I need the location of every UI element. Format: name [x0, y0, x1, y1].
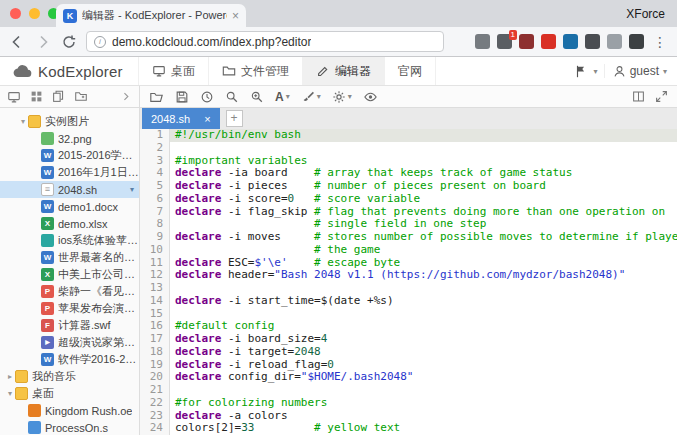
line-number: 22	[140, 397, 163, 410]
reload-button[interactable]	[60, 33, 78, 51]
tree-item[interactable]: P柴静一《看见》发...	[0, 283, 139, 300]
tree-item[interactable]: ▾桌面	[0, 385, 139, 402]
tree-item[interactable]: P苹果发布会演示文...	[0, 300, 139, 317]
tree-caret-icon[interactable]: ▾	[5, 389, 15, 398]
nav-item-website[interactable]: 官网	[385, 57, 436, 85]
tree-item-label: 软件学2016-20...	[58, 352, 139, 367]
tree-item[interactable]: 32.png	[0, 130, 139, 147]
extension-icon-8[interactable]	[629, 34, 644, 49]
new-folder-icon[interactable]	[74, 90, 88, 103]
tree-item[interactable]: F计算器.swf	[0, 317, 139, 334]
tree-item[interactable]: ios系统体验苹果手机	[0, 232, 139, 249]
preview-button[interactable]	[363, 90, 378, 104]
tree-item-label: 32.png	[58, 133, 92, 145]
nav-item-desktop[interactable]: 桌面	[138, 57, 209, 85]
window-label: XForce	[626, 7, 665, 21]
tree-item[interactable]: Xdemo.xlsx	[0, 215, 139, 232]
tree-item[interactable]: ▶超级演说家第二季...	[0, 334, 139, 351]
page-info-icon[interactable]: i	[94, 36, 106, 48]
editor-tab-close-icon[interactable]: ×	[204, 113, 210, 125]
script-file-icon: ≡	[41, 183, 54, 196]
tree-item[interactable]: X中美上市公司财报...	[0, 266, 139, 283]
profile-avatar-icon[interactable]	[607, 34, 622, 49]
excel-file-icon: X	[41, 268, 54, 281]
edit-pencil-icon	[316, 64, 330, 78]
open-file-button[interactable]	[149, 90, 164, 104]
folder-file-icon	[15, 387, 28, 400]
font-caret-icon: ▾	[286, 92, 290, 101]
nav-item-file-manager[interactable]: 文件管理	[209, 57, 303, 85]
tab-close-icon[interactable]: ×	[232, 10, 239, 22]
extension-icon-3[interactable]	[519, 34, 534, 49]
tree-item[interactable]: ProcessOn.s	[0, 419, 139, 435]
tree-item-label: Kingdom Rush.oe	[45, 405, 132, 417]
traffic-lights	[10, 8, 59, 19]
tree-item[interactable]: ▸我的音乐	[0, 368, 139, 385]
line-number: 2	[140, 142, 163, 155]
extension-icon-6[interactable]	[585, 34, 600, 49]
fullscreen-icon[interactable]	[655, 90, 668, 103]
extension-icon-2[interactable]: 1	[497, 34, 512, 49]
gutter: 123456789101112131415161718192021222324	[140, 129, 170, 435]
desktop-tool-icon[interactable]	[7, 90, 21, 104]
word-file-icon: W	[41, 166, 54, 179]
editor-tab-2048sh[interactable]: 2048.sh ×	[142, 108, 220, 129]
window-close-button[interactable]	[10, 8, 21, 19]
user-menu[interactable]: guest ▾	[604, 64, 667, 78]
forward-button[interactable]	[34, 33, 52, 51]
item-menu-caret-icon[interactable]: ▾	[130, 185, 139, 194]
tree-item[interactable]: ▾实例图片	[0, 113, 139, 130]
browser-tab[interactable]: K 编辑器 - KodExplorer - Powere ×	[56, 4, 246, 27]
back-button[interactable]	[8, 33, 26, 51]
tree-item[interactable]: W2015-2016学年第...	[0, 147, 139, 164]
extension-icon-4[interactable]	[541, 34, 556, 49]
toolbar-right	[632, 90, 668, 103]
tree-item[interactable]: ≡2048.sh▾	[0, 181, 139, 198]
app-nav: 桌面 文件管理 编辑器 官网	[138, 57, 436, 85]
line-number: 17	[140, 333, 163, 346]
browser-window: K 编辑器 - KodExplorer - Powere × XForce i …	[0, 0, 677, 438]
kodexplorer-logo[interactable]: KodExplorer	[0, 57, 138, 85]
save-button[interactable]	[175, 90, 189, 104]
code-lines[interactable]: #!/usr/bin/env bash #important variables…	[170, 129, 677, 435]
address-bar[interactable]: i demo.kodcloud.com/index.php?editor	[86, 31, 444, 52]
browser-menu-icon[interactable]: ⋮	[651, 35, 669, 49]
extension-icon-1[interactable]	[475, 34, 490, 49]
history-button[interactable]	[200, 90, 214, 104]
code-line[interactable]: colors[2]=33 # yellow text	[175, 422, 677, 435]
tree-caret-icon[interactable]: ▸	[5, 372, 15, 381]
line-number: 10	[140, 244, 163, 257]
tree-item[interactable]: W2016年1月1日元...	[0, 164, 139, 181]
user-icon	[613, 65, 626, 78]
code-line[interactable]: #!/usr/bin/env bash	[170, 129, 677, 142]
tree-caret-icon[interactable]: ▾	[18, 117, 28, 126]
new-tab-button[interactable]: +	[226, 110, 243, 127]
flag-caret-icon[interactable]: ▾	[594, 67, 598, 76]
window-minimize-button[interactable]	[29, 8, 40, 19]
extension-area: 1 ⋮	[475, 34, 669, 49]
nav-item-editor[interactable]: 编辑器	[303, 57, 385, 85]
tree-item[interactable]: W世界最著名的十大...	[0, 249, 139, 266]
theme-button[interactable]: ▾	[301, 90, 321, 104]
collapse-sidebar-icon[interactable]	[121, 91, 132, 102]
code-line[interactable]: declare config_dir="$HOME/.bash2048"	[175, 371, 677, 384]
tree-item-label: ios系统体验苹果手机	[58, 233, 139, 248]
tree-item-label: 苹果发布会演示文...	[58, 301, 139, 316]
tree-item-label: 世界最著名的十大...	[58, 250, 139, 265]
code-line[interactable]: declare header="Bash 2048 v1.1 (https://…	[175, 269, 677, 282]
copy-files-icon[interactable]	[52, 90, 65, 103]
desktop-icon	[152, 64, 166, 78]
code-line[interactable]: declare -i start_time=$(date +%s)	[175, 295, 677, 308]
tree-item[interactable]: Wdemo1.docx	[0, 198, 139, 215]
tree-item[interactable]: W软件学2016-20...	[0, 351, 139, 368]
tree-item[interactable]: Kingdom Rush.oe	[0, 402, 139, 419]
search-button[interactable]	[225, 90, 239, 104]
language-flag-icon[interactable]	[574, 64, 588, 79]
extension-icon-5[interactable]	[563, 34, 578, 49]
grid-view-icon[interactable]	[30, 90, 43, 103]
zoom-button[interactable]	[250, 90, 264, 104]
extension-badge: 1	[509, 30, 517, 40]
font-size-button[interactable]: A ▾	[275, 90, 290, 104]
settings-button[interactable]: ▾	[332, 90, 352, 104]
split-view-icon[interactable]	[632, 90, 645, 103]
